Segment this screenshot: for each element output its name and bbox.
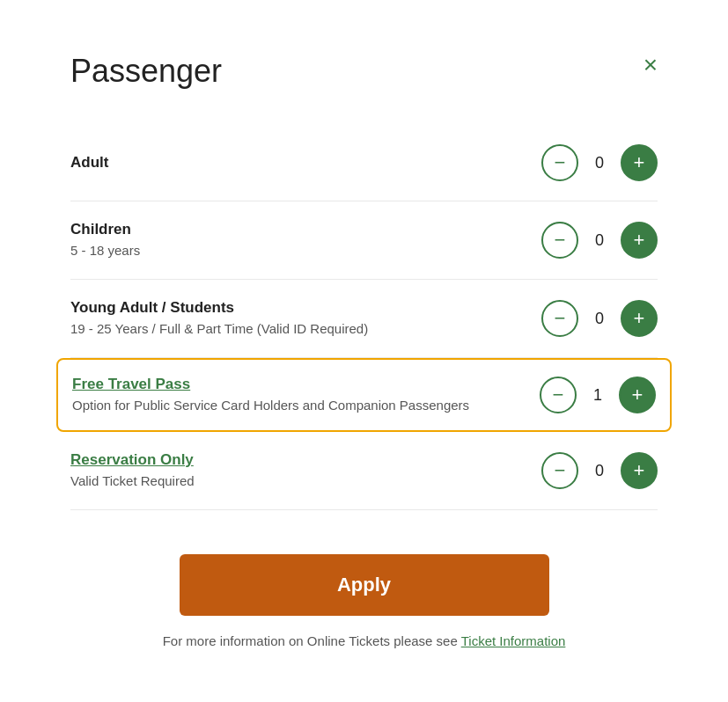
passenger-modal: Passenger × Adult−0+Children5 - 18 years… (18, 18, 710, 702)
passenger-desc-children: 5 - 18 years (70, 241, 541, 260)
passenger-info-adult: Adult (70, 154, 541, 172)
passenger-name-reservation-only[interactable]: Reservation Only (70, 451, 541, 469)
close-button[interactable]: × (643, 53, 658, 77)
passenger-name-free-travel[interactable]: Free Travel Pass (72, 376, 540, 393)
decrement-adult[interactable]: − (541, 144, 578, 181)
counter-adult: −0+ (541, 144, 658, 181)
decrement-reservation-only[interactable]: − (541, 452, 578, 489)
passenger-list: Adult−0+Children5 - 18 years−0+Young Adu… (70, 125, 658, 510)
apply-button[interactable]: Apply (180, 554, 549, 616)
passenger-name-children: Children (70, 221, 541, 238)
increment-free-travel[interactable]: + (619, 377, 656, 413)
decrement-free-travel[interactable]: − (540, 377, 577, 413)
modal-header: Passenger × (70, 53, 658, 90)
counter-young-adult: −0+ (541, 300, 658, 337)
increment-children[interactable]: + (621, 222, 658, 259)
counter-value-young-adult: 0 (592, 310, 607, 328)
passenger-row-children: Children5 - 18 years−0+ (70, 201, 658, 280)
passenger-row-reservation-only: Reservation OnlyValid Ticket Required−0+ (70, 432, 658, 510)
passenger-desc-young-adult: 19 - 25 Years / Full & Part Time (Valid … (70, 319, 541, 338)
passenger-info-reservation-only: Reservation OnlyValid Ticket Required (70, 451, 541, 490)
counter-value-free-travel: 1 (591, 386, 605, 405)
increment-reservation-only[interactable]: + (621, 452, 658, 489)
counter-value-adult: 0 (592, 154, 607, 172)
passenger-info-children: Children5 - 18 years (70, 221, 541, 260)
passenger-name-young-adult: Young Adult / Students (70, 299, 541, 317)
decrement-young-adult[interactable]: − (541, 300, 578, 337)
counter-value-reservation-only: 0 (592, 462, 607, 480)
counter-free-travel: −1+ (540, 377, 656, 413)
decrement-children[interactable]: − (541, 222, 578, 259)
passenger-desc-free-travel: Option for Public Service Card Holders a… (72, 396, 540, 414)
ticket-information-link[interactable]: Ticket Information (461, 633, 566, 648)
counter-reservation-only: −0+ (541, 452, 658, 489)
passenger-row-free-travel: Free Travel PassOption for Public Servic… (56, 358, 672, 432)
increment-adult[interactable]: + (621, 144, 658, 181)
passenger-name-adult: Adult (70, 154, 541, 172)
footer-text: For more information on Online Tickets p… (70, 633, 658, 648)
counter-value-children: 0 (592, 231, 607, 250)
passenger-info-free-travel: Free Travel PassOption for Public Servic… (72, 376, 540, 414)
passenger-row-adult: Adult−0+ (70, 125, 658, 201)
counter-children: −0+ (541, 222, 658, 259)
passenger-info-young-adult: Young Adult / Students19 - 25 Years / Fu… (70, 299, 541, 338)
modal-title: Passenger (70, 53, 222, 90)
passenger-desc-reservation-only: Valid Ticket Required (70, 472, 541, 490)
passenger-row-young-adult: Young Adult / Students19 - 25 Years / Fu… (70, 280, 658, 358)
increment-young-adult[interactable]: + (621, 300, 658, 337)
